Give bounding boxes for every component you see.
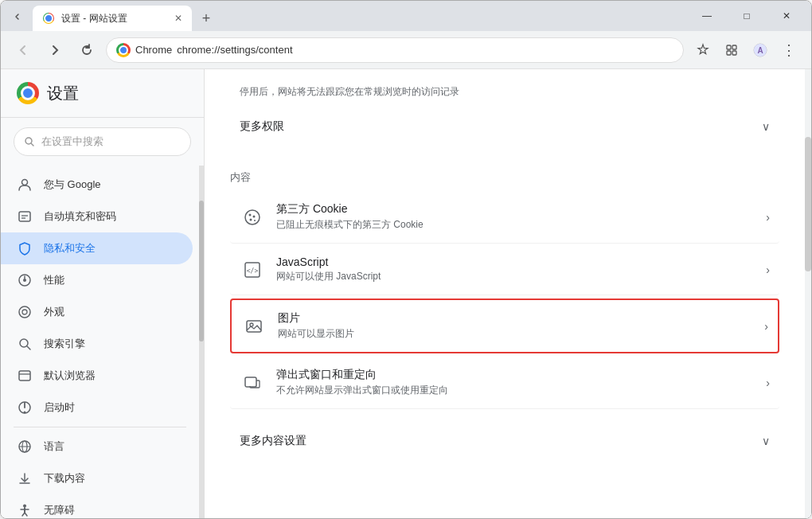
svg-point-44 — [250, 323, 253, 326]
language-icon — [17, 439, 33, 455]
sidebar-item-privacy-label: 隐私和安全 — [44, 241, 96, 256]
sidebar-item-search[interactable]: 搜索引擎 — [1, 328, 193, 360]
cookie-title: 第三方 Cookie — [276, 202, 766, 217]
more-content-settings-section[interactable]: 更多内容设置 ∨ — [230, 423, 779, 459]
content-scroll: 停用后，网站将无法跟踪您在常规浏览时的访问记录 更多权限 ∨ 内容 — [205, 69, 805, 518]
svg-point-36 — [245, 210, 260, 224]
cookie-subtitle: 已阻止无痕模式下的第三方 Cookie — [276, 218, 766, 232]
more-content-settings-arrow-icon: ∨ — [762, 435, 770, 447]
tab-favicon — [42, 12, 55, 25]
images-title: 图片 — [278, 311, 764, 326]
main-content: 设置 在设置中搜索 您与 Google — [1, 69, 811, 518]
content-scrollbar[interactable] — [805, 69, 811, 518]
more-permissions-section[interactable]: 更多权限 ∨ — [230, 108, 779, 145]
section-content-label: 内容 — [230, 164, 779, 188]
images-item[interactable]: 图片 网站可以显示图片 › — [230, 299, 779, 353]
sidebar-scrollbar[interactable] — [199, 166, 204, 518]
more-permissions-arrow-icon: ∨ — [762, 120, 770, 133]
sidebar-item-browser-label: 默认浏览器 — [44, 369, 96, 383]
svg-point-39 — [250, 218, 252, 220]
popup-arrow-icon: › — [766, 377, 770, 389]
close-button[interactable]: ✕ — [768, 3, 805, 29]
cookie-icon — [240, 205, 265, 230]
bookmark-button[interactable] — [690, 37, 716, 63]
chrome-logo-icon — [116, 43, 131, 57]
extensions-button[interactable] — [719, 37, 744, 63]
sidebar-item-download[interactable]: 下载内容 — [1, 462, 193, 494]
svg-rect-10 — [19, 212, 30, 221]
sidebar-item-autofill[interactable]: 自动填充和密码 — [1, 201, 193, 232]
sidebar: 设置 在设置中搜索 您与 Google — [1, 69, 205, 518]
svg-point-17 — [22, 310, 27, 314]
svg-point-37 — [249, 213, 252, 216]
cookie-text: 第三方 Cookie 已阻止无痕模式下的第三方 Cookie — [276, 202, 766, 232]
menu-button[interactable]: ⋮ — [776, 37, 802, 63]
search-engine-icon — [17, 336, 33, 352]
svg-point-24 — [24, 412, 26, 414]
tab-back-button[interactable] — [7, 6, 29, 28]
svg-point-38 — [253, 215, 256, 217]
popup-title: 弹出式窗口和重定向 — [276, 368, 766, 382]
popup-subtitle: 不允许网站显示弹出式窗口或使用重定向 — [276, 384, 766, 397]
active-tab[interactable]: 设置 - 网站设置 ✕ — [33, 6, 192, 31]
autofill-icon — [17, 209, 33, 224]
content-top-text: 停用后，网站将无法跟踪您在常规浏览时的访问记录 — [230, 82, 779, 108]
javascript-icon: </> — [240, 257, 265, 283]
sidebar-item-accessibility[interactable]: 无障碍 — [1, 494, 193, 518]
maximize-button[interactable]: □ — [728, 3, 765, 29]
new-tab-button[interactable]: + — [195, 7, 217, 29]
window-frame: 设置 - 网站设置 ✕ + — □ ✕ Chrome chrome://sett… — [0, 0, 812, 519]
settings-search-bar[interactable]: 在设置中搜索 — [14, 127, 191, 156]
tab-bar: 设置 - 网站设置 ✕ + — [1, 1, 682, 31]
cookie-item[interactable]: 第三方 Cookie 已阻止无痕模式下的第三方 Cookie › — [230, 191, 779, 244]
window-controls: — □ ✕ — [682, 1, 811, 31]
sidebar-item-language[interactable]: 语言 — [1, 431, 193, 462]
images-arrow-icon: › — [764, 320, 768, 333]
sidebar-item-appearance[interactable]: 外观 — [1, 296, 193, 328]
javascript-item[interactable]: </> JavaScript 网站可以使用 JavaScript › — [230, 244, 779, 295]
sidebar-item-privacy[interactable]: 隐私和安全 — [1, 232, 193, 264]
address-bar[interactable]: Chrome chrome://settings/content — [106, 37, 684, 63]
sidebar-item-appearance-label: 外观 — [44, 305, 64, 319]
svg-text:</>: </> — [247, 267, 259, 275]
sidebar-item-google-label: 您与 Google — [44, 178, 101, 192]
cookie-arrow-icon: › — [766, 211, 770, 224]
popup-item[interactable]: 弹出式窗口和重定向 不允许网站显示弹出式窗口或使用重定向 › — [230, 357, 779, 409]
sidebar-item-language-label: 语言 — [44, 439, 64, 454]
sidebar-item-browser[interactable]: 默认浏览器 — [1, 360, 193, 392]
back-button[interactable] — [10, 37, 36, 63]
sidebar-item-google[interactable]: 您与 Google — [1, 169, 193, 201]
svg-point-30 — [23, 505, 26, 508]
forward-button[interactable] — [42, 37, 68, 63]
svg-text:A: A — [757, 46, 763, 55]
sidebar-item-startup[interactable]: 启动时 — [1, 392, 193, 423]
images-text: 图片 网站可以显示图片 — [278, 311, 764, 341]
images-icon — [241, 314, 267, 339]
svg-line-34 — [25, 513, 27, 516]
svg-rect-2 — [727, 51, 731, 55]
javascript-subtitle: 网站可以使用 JavaScript — [276, 270, 766, 283]
search-icon — [24, 136, 35, 147]
svg-point-40 — [254, 220, 256, 221]
sidebar-item-performance[interactable]: 性能 — [1, 264, 193, 296]
settings-title: 设置 — [47, 83, 79, 104]
appearance-icon — [17, 304, 33, 320]
more-content-settings-label: 更多内容设置 — [240, 434, 306, 448]
browser-profile-button[interactable]: A — [748, 37, 773, 63]
sidebar-item-accessibility-label: 无障碍 — [44, 503, 75, 517]
reload-button[interactable] — [74, 37, 100, 63]
tab-title: 设置 - 网站设置 — [61, 12, 182, 25]
tab-close-button[interactable]: ✕ — [171, 11, 185, 25]
person-icon — [17, 177, 33, 193]
svg-rect-3 — [732, 51, 736, 55]
javascript-title: JavaScript — [276, 256, 766, 268]
minimize-button[interactable]: — — [689, 3, 725, 29]
content-inner: 停用后，网站将无法跟踪您在常规浏览时的访问记录 更多权限 ∨ 内容 — [205, 69, 805, 472]
startup-icon — [17, 400, 33, 416]
sidebar-navigation: 您与 Google 自动填充和密码 隐私和安全 — [1, 166, 199, 518]
sidebar-item-startup-label: 启动时 — [44, 400, 75, 415]
svg-rect-45 — [245, 377, 256, 387]
content-area: 停用后，网站将无法跟踪您在常规浏览时的访问记录 更多权限 ∨ 内容 — [205, 69, 811, 518]
browser-icon — [17, 368, 33, 384]
javascript-arrow-icon: › — [766, 263, 770, 276]
